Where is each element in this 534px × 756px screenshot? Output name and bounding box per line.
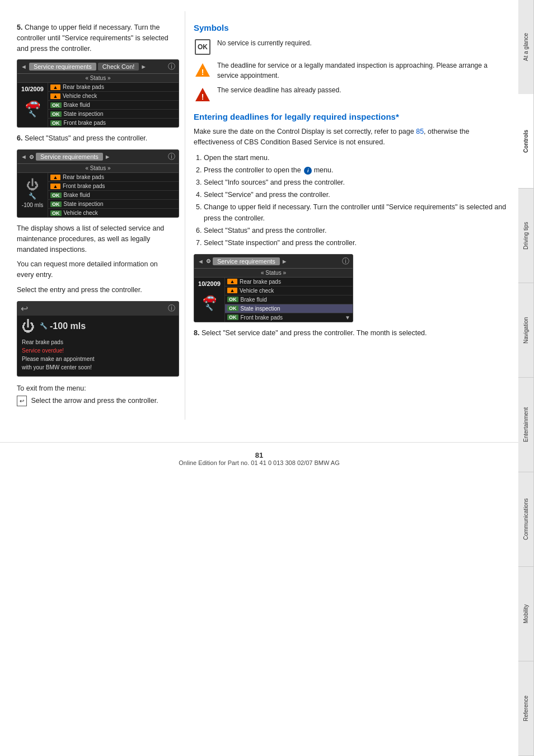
arrow-left-icon: ◄ — [21, 153, 27, 160]
step-5: Change to upper field if necessary. Turn… — [204, 201, 507, 224]
detail-screen: ↩ ⓘ ⏻ 🔧 -100 mls Rear brake pads Service… — [17, 301, 179, 377]
step-3: Select "Info sources" and press the cont… — [204, 177, 507, 188]
step6-text: 6. Select "Status" and press the control… — [17, 133, 174, 144]
exit-section: To exit from the menu: ↩ Select the arro… — [17, 383, 174, 407]
symbols-section: Symbols OK No service is currently requi… — [194, 22, 507, 103]
screen1-left-panel: 10/2009 🚗 🔧 — [17, 83, 48, 127]
speed-label: -100 mls — [22, 202, 43, 208]
item-text: Front brake pads — [241, 314, 283, 321]
item-text: Front brake pads — [63, 183, 105, 189]
warning-badge: ▲ — [227, 279, 237, 284]
red-triangle-icon: ! — [194, 85, 212, 103]
screen3-header: ◄ ⚙ Service requirements ► ⓘ — [194, 255, 353, 269]
detail-mils: -100 mls — [50, 321, 86, 331]
ok-symbol-icon: OK — [194, 38, 212, 56]
page-85-link[interactable]: 85 — [416, 128, 424, 135]
item-text: Front brake pads — [64, 120, 106, 126]
ok-badge: OK — [50, 120, 62, 126]
screen3-tab: Service requirements — [213, 257, 280, 265]
tab-mobility[interactable]: Mobility — [518, 567, 534, 661]
info-button-icon[interactable]: ⓘ — [168, 62, 175, 72]
ok-badge: OK — [50, 210, 62, 216]
tab-controls[interactable]: Controls — [518, 94, 534, 189]
screen1-date: 10/2009 — [21, 86, 44, 92]
footer: 81 Online Edition for Part no. 01 41 0 0… — [0, 442, 518, 475]
screen3-item-4-highlighted: OK State inspection — [225, 304, 353, 313]
right-column: Symbols OK No service is currently requi… — [185, 11, 518, 420]
tab-driving-tips[interactable]: Driving tips — [518, 189, 534, 283]
info-text-2: Select the entry and press the controlle… — [17, 285, 174, 295]
page-number: 81 — [8, 451, 510, 459]
tab-entertainment[interactable]: Entertainment — [518, 378, 534, 472]
screen1-tab-service: Service requirements — [29, 63, 96, 71]
detail-power-icon: ⏻ — [22, 318, 35, 334]
warning-badge: ▲ — [50, 175, 60, 180]
symbol-ok-row: OK No service is currently required. — [194, 38, 507, 56]
warning-badge: ▲ — [50, 93, 60, 99]
item-text: State inspection — [64, 111, 104, 117]
tab-reference[interactable]: Reference — [518, 661, 534, 756]
screen2-item-4: OK State inspection — [48, 200, 179, 209]
exit-label: To exit from the menu: — [17, 383, 174, 394]
ok-badge: OK — [50, 192, 62, 198]
detail-body: ⏻ 🔧 -100 mls Rear brake pads Service ove… — [17, 316, 179, 376]
symbol-orange-text: The deadline for service or a legally ma… — [217, 60, 507, 81]
tab-navigation[interactable]: Navigation — [518, 283, 534, 378]
item-text: State inspection — [64, 201, 104, 207]
ok-badge: OK — [227, 297, 238, 302]
footer-text: Online Edition for Part no. 01 41 0 013 … — [8, 459, 510, 466]
detail-wrench: 🔧 — [40, 322, 48, 330]
bmw-screen-2: ◄ ⚙ Service requirements ► ⓘ « Status » … — [17, 149, 179, 218]
screen2-item-1: ▲ Rear brake pads — [48, 173, 179, 182]
item-text: Brake fluid — [64, 192, 90, 198]
detail-line-2: Service overdue! — [22, 346, 174, 355]
screen3-item-5: OK Front brake pads ▼ — [225, 313, 353, 322]
symbol-red-text: The service deadline has already passed. — [217, 85, 507, 95]
arrow-left-icon: ◄ — [198, 258, 204, 265]
item-text: Rear brake pads — [63, 174, 104, 180]
screen2-left-panel: ⏻ 🔧 -100 mls — [17, 173, 48, 217]
step-1: Open the start menu. — [204, 152, 507, 163]
display-text: The display shows a list of selected ser… — [17, 223, 174, 255]
detail-info-icon: ⓘ — [168, 303, 175, 313]
info-circle-icon: i — [304, 167, 312, 175]
step-4: Select "Service" and press the controlle… — [204, 189, 507, 200]
item-text: Rear brake pads — [63, 84, 104, 90]
screen3-item-3: OK Brake fluid — [225, 295, 353, 304]
symbols-title: Symbols — [194, 22, 507, 34]
power-icon: ⏻ — [26, 178, 39, 192]
main-content: 5. Change to upper field if necessary. T… — [0, 0, 518, 442]
info-icon[interactable]: ⓘ — [168, 152, 175, 162]
screen3-left-panel: 10/2009 🚗 🔧 — [194, 278, 225, 322]
arrow-left-icon: ◄ — [21, 63, 27, 70]
screen3-item-2: ▲ Vehicle check — [225, 287, 353, 295]
tab-communications[interactable]: Communications — [518, 472, 534, 567]
detail-main-row: ⏻ 🔧 -100 mls — [22, 318, 174, 334]
steps-list: Open the start menu. Press the controlle… — [194, 152, 507, 248]
warning-badge: ▲ — [50, 184, 60, 189]
exit-instruction: ↩ Select the arrow and press the control… — [17, 396, 174, 406]
step5-intro: 5. Change to upper field if necessary. T… — [17, 22, 174, 54]
back-arrow-box: ↩ — [17, 396, 27, 406]
ok-badge: OK — [227, 314, 238, 320]
arrow-right-icon: ► — [140, 63, 147, 70]
symbol-orange-row: ! The deadline for service or a legally … — [194, 60, 507, 81]
ok-badge: OK — [50, 111, 62, 117]
item-text: Brake fluid — [64, 102, 90, 108]
item-text: Rear brake pads — [240, 279, 281, 285]
screen1-item-4: OK State inspection — [48, 110, 179, 119]
detail-line-3: Please make an appointment — [22, 355, 174, 363]
screen3-date: 10/2009 — [198, 280, 221, 287]
step-7: Select "State inspection" and press the … — [204, 237, 507, 248]
entering-deadlines-title: Entering deadlines for legally required … — [194, 111, 507, 123]
tab-at-a-glance[interactable]: At a glance — [518, 0, 534, 94]
info-btn-icon[interactable]: ⓘ — [342, 256, 349, 266]
screen3-items: ▲ Rear brake pads ▲ Vehicle check OK Bra… — [225, 278, 353, 322]
screen1-subheader: « Status » — [17, 74, 179, 83]
screen2-item-3: OK Brake fluid — [48, 191, 179, 200]
right-navigation-tabs: At a glance Controls Driving tips Naviga… — [518, 0, 534, 756]
ok-box: OK — [195, 39, 210, 55]
intro-paragraph: Make sure the date on the Control Displa… — [194, 126, 507, 148]
item-text: Brake fluid — [241, 297, 267, 303]
orange-triangle-icon: ! — [194, 60, 212, 78]
